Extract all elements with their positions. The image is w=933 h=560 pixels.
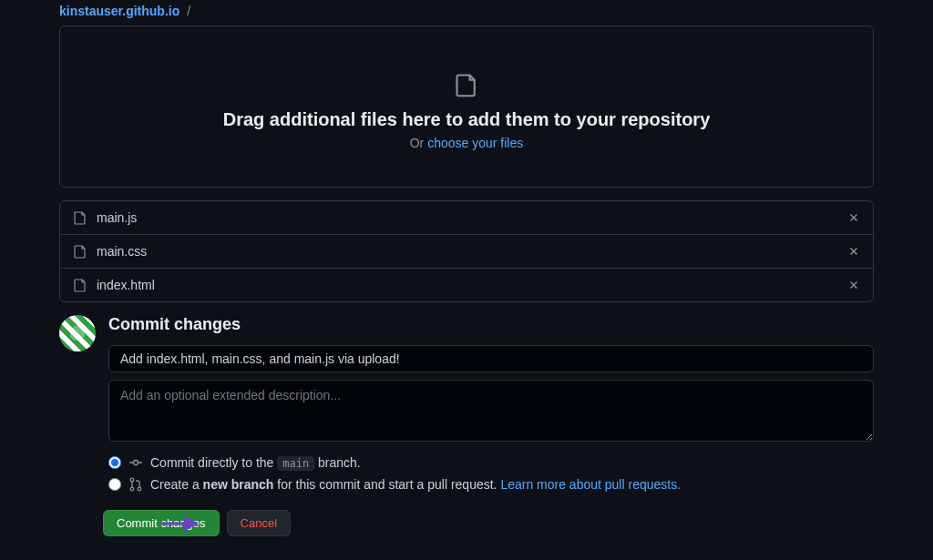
commit-direct-option[interactable]: Commit directly to the main branch.	[108, 455, 874, 470]
branch-code: main	[277, 456, 314, 471]
commit-heading: Commit changes	[108, 315, 874, 334]
file-icon	[73, 210, 87, 225]
svg-point-1	[130, 478, 134, 482]
file-name: main.js	[97, 210, 847, 225]
file-row: index.html	[60, 269, 873, 301]
radio-new-branch[interactable]	[108, 478, 121, 491]
repo-link[interactable]: kinstauser.github.io	[59, 4, 179, 18]
drop-zone-subtitle: Or choose your files	[78, 136, 855, 150]
commit-new-branch-label: Create a new branch for this commit and …	[150, 477, 681, 492]
file-row: main.css	[60, 235, 873, 269]
commit-message-input[interactable]	[108, 345, 874, 372]
file-icon	[73, 278, 87, 292]
remove-file-icon[interactable]	[847, 245, 860, 258]
uploaded-files-list: main.js main.css index.html	[59, 200, 874, 302]
commit-description-textarea[interactable]	[108, 380, 874, 442]
file-icon	[454, 72, 479, 97]
git-pull-request-icon	[128, 477, 143, 492]
avatar	[59, 315, 96, 351]
git-commit-icon	[128, 455, 143, 470]
remove-file-icon[interactable]	[847, 279, 860, 291]
drop-zone-title: Drag additional files here to add them t…	[78, 109, 855, 130]
file-icon	[73, 244, 87, 259]
svg-point-3	[138, 487, 141, 491]
svg-point-0	[134, 461, 138, 465]
cancel-button[interactable]: Cancel	[227, 510, 291, 536]
breadcrumb: kinstauser.github.io /	[59, 4, 874, 18]
file-row: main.js	[60, 201, 873, 235]
file-name: main.css	[97, 244, 847, 259]
svg-point-2	[130, 487, 134, 491]
radio-commit-direct[interactable]	[108, 456, 121, 469]
annotation-arrow-icon	[159, 514, 201, 533]
learn-more-link[interactable]: Learn more about pull requests.	[500, 477, 681, 492]
commit-new-branch-option[interactable]: Create a new branch for this commit and …	[108, 477, 874, 492]
file-drop-zone[interactable]: Drag additional files here to add them t…	[59, 25, 874, 188]
remove-file-icon[interactable]	[847, 211, 860, 224]
file-name: index.html	[97, 278, 847, 292]
commit-direct-label: Commit directly to the main branch.	[150, 455, 361, 470]
breadcrumb-separator: /	[187, 4, 190, 18]
choose-files-link[interactable]: choose your files	[427, 136, 523, 150]
